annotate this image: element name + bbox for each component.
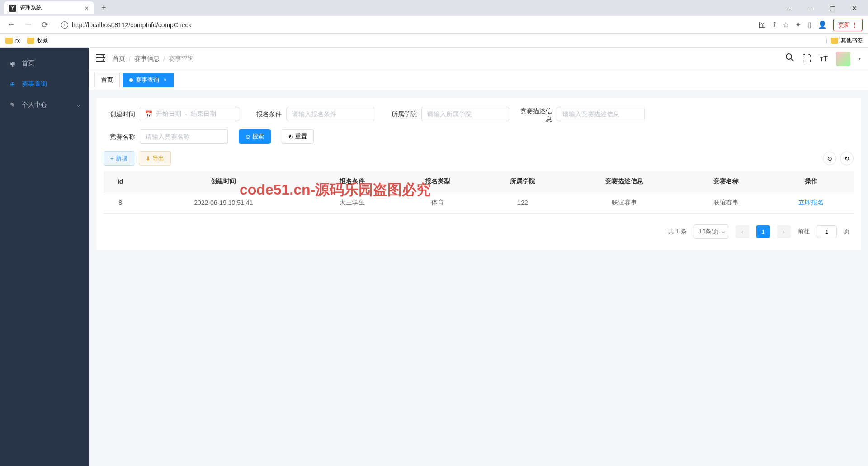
new-tab-button[interactable]: + xyxy=(98,1,110,14)
breadcrumb-home[interactable]: 首页 xyxy=(113,55,125,63)
cell-name: 联谊赛事 xyxy=(683,192,768,214)
target-icon: ⊕ xyxy=(9,81,16,88)
page-jump-input[interactable] xyxy=(817,225,837,238)
dropdown-icon[interactable]: ⌵ xyxy=(783,3,794,14)
forward-button[interactable]: → xyxy=(23,18,34,31)
profile-icon[interactable]: 👤 xyxy=(818,20,827,29)
desc-label: 竞赛描述信息 xyxy=(520,107,552,123)
sidebar-item-label: 首页 xyxy=(22,59,34,67)
college-input[interactable] xyxy=(421,107,509,121)
sidebar-item-personal-center[interactable]: ✎ 个人中心 ⌵ xyxy=(0,95,89,115)
export-button[interactable]: ⬇ 导出 xyxy=(139,151,171,166)
th-college: 所属学院 xyxy=(480,171,565,192)
url-bar[interactable]: i http://localhost:8112/compInfo/compChe… xyxy=(56,19,754,31)
folder-icon xyxy=(5,38,13,44)
font-size-icon[interactable]: тT xyxy=(820,55,828,63)
name-label: 竞赛名称 xyxy=(104,129,135,144)
table-row: 8 2022-06-19 10:51:41 大三学生 体育 122 联谊赛事 联… xyxy=(104,192,854,214)
signup-cond-input[interactable] xyxy=(286,107,374,121)
sidebar: ◉ 首页 ⊕ 赛事查询 ✎ 个人中心 ⌵ xyxy=(0,48,89,466)
star-icon[interactable]: ☆ xyxy=(783,20,789,29)
panel-icon[interactable]: ▯ xyxy=(807,20,811,29)
bookmark-rx[interactable]: rx xyxy=(5,38,20,44)
close-tab-icon[interactable]: × xyxy=(164,77,167,83)
chevron-down-icon: ⌵ xyxy=(722,228,725,234)
sidebar-item-label: 赛事查询 xyxy=(22,80,47,88)
key-icon[interactable]: ⚿ xyxy=(759,21,766,29)
sidebar-item-home[interactable]: ◉ 首页 xyxy=(0,53,89,74)
favicon: Y xyxy=(9,5,16,12)
college-label: 所属学院 xyxy=(385,107,417,121)
back-button[interactable]: ← xyxy=(5,18,17,31)
plus-icon: + xyxy=(110,155,114,162)
cell-signup-type: 体育 xyxy=(395,192,480,214)
chevron-down-icon[interactable]: ▾ xyxy=(859,56,861,61)
window-controls: ⌵ — ▢ ✕ xyxy=(783,3,864,14)
th-desc: 竞赛描述信息 xyxy=(565,171,683,192)
tab-home[interactable]: 首页 xyxy=(94,73,120,87)
signup-link[interactable]: 立即报名 xyxy=(798,199,824,206)
minimize-button[interactable]: — xyxy=(803,3,817,14)
bookmark-favorites[interactable]: 收藏 xyxy=(27,37,48,44)
maximize-button[interactable]: ▢ xyxy=(826,3,839,14)
folder-icon xyxy=(831,38,838,44)
breadcrumb-competition-info[interactable]: 赛事信息 xyxy=(134,55,160,63)
cell-create-time: 2022-06-19 10:51:41 xyxy=(137,192,310,214)
menu-toggle-button[interactable] xyxy=(96,54,105,63)
extensions-icon[interactable]: ✦ xyxy=(795,20,801,29)
chevron-down-icon: ⌵ xyxy=(77,102,80,108)
other-bookmarks[interactable]: 其他书签 xyxy=(831,37,863,44)
search-button[interactable]: ⊙ 搜索 xyxy=(239,129,271,144)
sidebar-item-competition-query[interactable]: ⊕ 赛事查询 xyxy=(0,74,89,95)
tabs-bar: 首页 赛事查询 × xyxy=(89,70,868,90)
page-size-select[interactable]: 10条/页 ⌵ xyxy=(694,224,728,239)
search-icon[interactable] xyxy=(785,53,794,64)
active-dot-icon xyxy=(129,78,133,82)
next-page-button[interactable]: › xyxy=(777,225,791,238)
breadcrumb: 首页 / 赛事信息 / 赛事查询 xyxy=(113,55,194,63)
prev-page-button[interactable]: ‹ xyxy=(736,225,749,238)
close-tab-icon[interactable]: × xyxy=(85,5,89,12)
date-range-picker[interactable]: 📅 开始日期 - 结束日期 xyxy=(140,107,239,121)
fullscreen-icon[interactable]: ⛶ xyxy=(802,53,811,64)
update-button[interactable]: 更新 ⋮ xyxy=(833,19,863,31)
browser-toolbar: ← → ⟳ i http://localhost:8112/compInfo/c… xyxy=(0,16,868,34)
th-id: id xyxy=(104,171,137,192)
tab-competition-query[interactable]: 赛事查询 × xyxy=(123,73,174,87)
share-icon[interactable]: ⤴ xyxy=(773,21,776,29)
cell-signup-cond: 大三学生 xyxy=(310,192,395,214)
reset-button[interactable]: ↻ 重置 xyxy=(282,129,314,144)
close-window-button[interactable]: ✕ xyxy=(848,3,861,14)
search-panel: 创建时间 📅 开始日期 - 结束日期 报名条件 所属学院 xyxy=(96,98,861,250)
th-create-time: 创建时间 xyxy=(137,171,310,192)
tab-title: 管理系统 xyxy=(20,4,42,12)
edit-icon: ✎ xyxy=(9,101,16,109)
name-input[interactable] xyxy=(140,129,228,144)
add-button[interactable]: + 新增 xyxy=(104,151,134,166)
avatar[interactable] xyxy=(836,52,850,66)
sidebar-item-label: 个人中心 xyxy=(22,101,47,109)
browser-tab[interactable]: Y 管理系统 × xyxy=(4,1,94,14)
desc-input[interactable] xyxy=(557,107,645,121)
dashboard-icon: ◉ xyxy=(9,60,16,67)
jump-prefix: 前往 xyxy=(798,228,810,236)
th-name: 竞赛名称 xyxy=(683,171,768,192)
jump-suffix: 页 xyxy=(844,228,850,236)
cell-college: 122 xyxy=(480,192,565,214)
th-signup-cond: 报名条件 xyxy=(310,171,395,192)
th-action: 操作 xyxy=(769,171,854,192)
search-icon-button[interactable]: ⊙ xyxy=(823,152,836,165)
cell-id: 8 xyxy=(104,192,137,214)
th-signup-type: 报名类型 xyxy=(395,171,480,192)
pagination: 共 1 条 10条/页 ⌵ ‹ 1 › 前往 页 xyxy=(104,223,854,241)
refresh-icon-button[interactable]: ↻ xyxy=(840,152,854,165)
svg-point-0 xyxy=(786,54,792,59)
browser-tab-bar: Y 管理系统 × + ⌵ — ▢ ✕ xyxy=(0,0,868,16)
page-number-button[interactable]: 1 xyxy=(756,225,770,238)
create-time-label: 创建时间 xyxy=(104,107,135,121)
calendar-icon: 📅 xyxy=(145,110,152,118)
reload-button[interactable]: ⟳ xyxy=(40,18,50,32)
bookmarks-bar: rx 收藏 | 其他书签 xyxy=(0,34,868,48)
site-info-icon[interactable]: i xyxy=(61,21,68,29)
data-table: id 创建时间 报名条件 报名类型 所属学院 竞赛描述信息 竞赛名称 操作 8 xyxy=(104,171,854,214)
